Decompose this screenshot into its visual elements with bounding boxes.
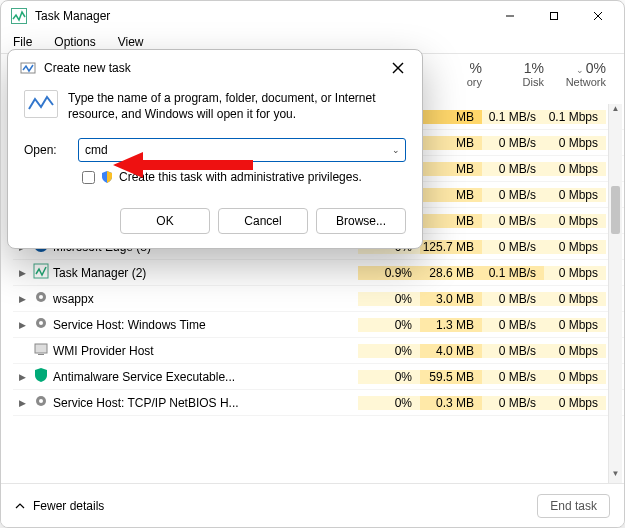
process-name: WMI Provider Host	[51, 344, 358, 358]
table-row[interactable]: ▶Task Manager (2)0.9%28.6 MB0.1 MB/s0 Mb…	[13, 260, 624, 286]
disk-cell: 0 MB/s	[482, 370, 544, 384]
chevron-down-icon[interactable]: ⌄	[387, 145, 405, 155]
disk-cell: 0 MB/s	[482, 396, 544, 410]
disk-cell: 0 MB/s	[482, 292, 544, 306]
disk-cell: 0 MB/s	[482, 214, 544, 228]
table-row[interactable]: ▶Service Host: Windows Time0%1.3 MB0 MB/…	[13, 312, 624, 338]
memory-cell: 59.5 MB	[420, 370, 482, 384]
process-name: Service Host: TCP/IP NetBIOS H...	[51, 396, 358, 410]
admin-label: Create this task with administrative pri…	[119, 170, 362, 184]
cpu-cell: 0%	[358, 292, 420, 306]
memory-cell: 28.6 MB	[420, 266, 482, 280]
network-cell: 0 Mbps	[544, 344, 606, 358]
cpu-cell: 0%	[358, 344, 420, 358]
maximize-button[interactable]	[532, 2, 576, 30]
column-headers: %ory 1%Disk ⌄0%Network	[420, 60, 606, 88]
svg-point-14	[39, 399, 43, 403]
dialog-title: Create new task	[44, 61, 386, 75]
network-cell: 0 Mbps	[544, 214, 606, 228]
expand-icon[interactable]: ▶	[13, 268, 31, 278]
open-input[interactable]	[79, 143, 387, 157]
network-cell: 0 Mbps	[544, 136, 606, 150]
disk-cell: 0.1 MB/s	[482, 110, 544, 124]
memory-cell: MB	[420, 188, 482, 202]
network-cell: 0 Mbps	[544, 240, 606, 254]
process-name: Task Manager (2)	[51, 266, 358, 280]
process-icon	[31, 315, 51, 334]
network-cell: 0 Mbps	[544, 266, 606, 280]
end-task-button[interactable]: End task	[537, 494, 610, 518]
open-combobox[interactable]: ⌄	[78, 138, 406, 162]
memory-cell: MB	[420, 214, 482, 228]
cpu-cell: 0.9%	[358, 266, 420, 280]
disk-cell: 0.1 MB/s	[482, 266, 544, 280]
task-manager-icon	[11, 8, 27, 24]
memory-cell: 1.3 MB	[420, 318, 482, 332]
scrollbar[interactable]: ▲ ▼	[608, 104, 622, 483]
scroll-thumb[interactable]	[611, 186, 620, 234]
memory-cell: MB	[420, 162, 482, 176]
task-manager-window: Task Manager File Options View %ory 1%Di…	[0, 0, 625, 528]
disk-cell: 0 MB/s	[482, 318, 544, 332]
network-cell: 0 Mbps	[544, 292, 606, 306]
cpu-cell: 0%	[358, 370, 420, 384]
fewer-details-button[interactable]: Fewer details	[15, 499, 104, 513]
dialog-close-button[interactable]	[386, 56, 410, 80]
expand-icon[interactable]: ▶	[13, 398, 31, 408]
network-cell: 0 Mbps	[544, 162, 606, 176]
table-row[interactable]: ▶Service Host: TCP/IP NetBIOS H...0%0.3 …	[13, 390, 624, 416]
window-title: Task Manager	[35, 9, 488, 23]
svg-point-10	[39, 321, 43, 325]
open-label: Open:	[24, 143, 68, 157]
header-network[interactable]: ⌄0%Network	[544, 60, 606, 88]
network-cell: 0.1 Mbps	[544, 110, 606, 124]
process-icon	[31, 341, 51, 360]
expand-icon[interactable]: ▶	[13, 294, 31, 304]
expand-icon[interactable]: ▶	[13, 320, 31, 330]
process-icon	[31, 393, 51, 412]
network-cell: 0 Mbps	[544, 370, 606, 384]
process-name: Service Host: Windows Time	[51, 318, 358, 332]
header-disk[interactable]: 1%Disk	[482, 60, 544, 88]
titlebar: Task Manager	[1, 1, 624, 31]
table-row[interactable]: ▶Antimalware Service Executable...0%59.5…	[13, 364, 624, 390]
process-icon	[31, 289, 51, 308]
disk-cell: 0 MB/s	[482, 240, 544, 254]
table-row[interactable]: WMI Provider Host0%4.0 MB0 MB/s0 Mbps	[13, 338, 624, 364]
disk-cell: 0 MB/s	[482, 136, 544, 150]
process-icon	[31, 367, 51, 386]
dialog-description: Type the name of a program, folder, docu…	[68, 90, 406, 122]
minimize-button[interactable]	[488, 2, 532, 30]
svg-rect-11	[35, 344, 47, 353]
cpu-cell: 0%	[358, 318, 420, 332]
memory-cell: MB	[420, 136, 482, 150]
memory-cell: 0.3 MB	[420, 396, 482, 410]
memory-cell: MB	[420, 110, 482, 124]
scroll-up-icon[interactable]: ▲	[609, 104, 622, 118]
process-name: wsappx	[51, 292, 358, 306]
chevron-up-icon	[15, 501, 25, 511]
close-button[interactable]	[576, 2, 620, 30]
ok-button[interactable]: OK	[120, 208, 210, 234]
svg-point-8	[39, 295, 43, 299]
disk-cell: 0 MB/s	[482, 344, 544, 358]
header-memory[interactable]: %ory	[420, 60, 482, 88]
cpu-cell: 0%	[358, 396, 420, 410]
disk-cell: 0 MB/s	[482, 188, 544, 202]
shield-icon	[101, 171, 113, 183]
scroll-down-icon[interactable]: ▼	[609, 469, 622, 483]
memory-cell: 4.0 MB	[420, 344, 482, 358]
network-cell: 0 Mbps	[544, 188, 606, 202]
expand-icon[interactable]: ▶	[13, 372, 31, 382]
admin-checkbox[interactable]	[82, 171, 95, 184]
run-icon	[24, 90, 58, 118]
disk-cell: 0 MB/s	[482, 162, 544, 176]
svg-rect-2	[551, 13, 558, 20]
cancel-button[interactable]: Cancel	[218, 208, 308, 234]
memory-cell: 125.7 MB	[420, 240, 482, 254]
footer: Fewer details End task	[1, 483, 624, 527]
process-name: Antimalware Service Executable...	[51, 370, 358, 384]
browse-button[interactable]: Browse...	[316, 208, 406, 234]
network-cell: 0 Mbps	[544, 318, 606, 332]
table-row[interactable]: ▶wsappx0%3.0 MB0 MB/s0 Mbps	[13, 286, 624, 312]
